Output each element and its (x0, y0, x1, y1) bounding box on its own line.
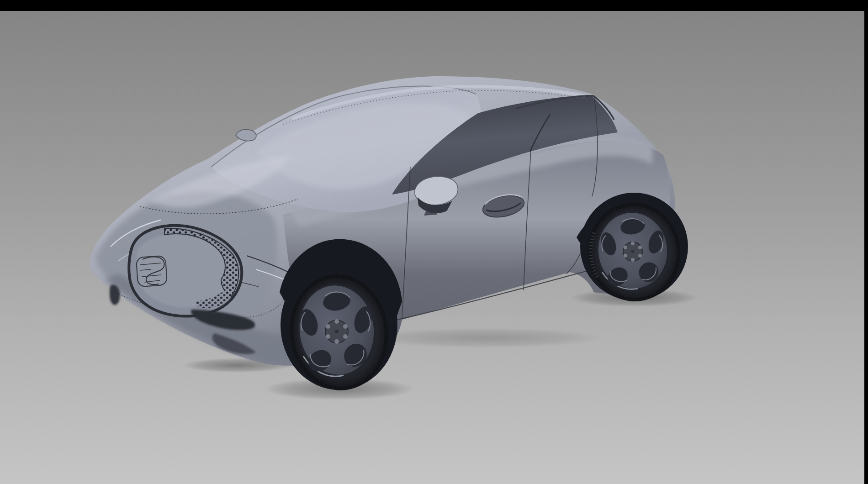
right-letterbox-bar (864, 0, 868, 484)
render-viewport[interactable] (0, 11, 864, 484)
fender-antenna (236, 129, 256, 141)
car-model[interactable] (0, 0, 868, 484)
app-window: { "window": { "width": 1900, "height": 1… (0, 0, 868, 484)
top-letterbox-bar (0, 0, 868, 11)
